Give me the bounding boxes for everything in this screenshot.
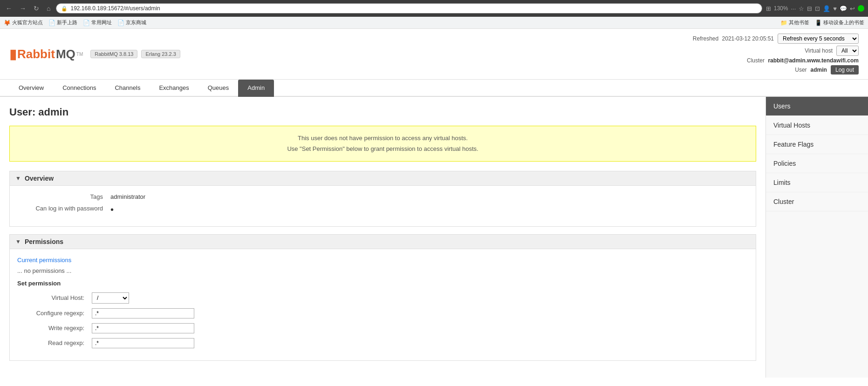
cluster-row: Cluster rabbit@admin.www.tendawifi.com — [693, 57, 859, 64]
tab-overview[interactable]: Overview — [9, 80, 53, 97]
permissions-section-title: Permissions — [25, 238, 63, 245]
user-row: User admin Log out — [693, 65, 859, 74]
warning-line1: This user does not have permission to ac… — [19, 133, 746, 143]
tags-row: Tags administrator — [17, 193, 748, 200]
vhost-form-select[interactable]: / — [92, 292, 129, 304]
can-login-row: Can log in with password • — [17, 205, 748, 214]
user-label: User — [795, 67, 806, 73]
logo-area: ▮ Rabbit MQ TM RabbitMQ 3.8.13 Erlang 23… — [9, 47, 180, 62]
vhost-label: Virtual host — [805, 47, 833, 54]
write-regexp-label: Write regexp: — [17, 325, 92, 332]
tab-channels[interactable]: Channels — [105, 80, 150, 97]
rabbitmq-version-badge: RabbitMQ 3.8.13 — [90, 50, 137, 58]
refresh-row: Refreshed 2021-03-12 20:05:51 Refresh ev… — [693, 34, 859, 44]
user-name: admin — [811, 67, 827, 73]
address-bar[interactable]: 🔒 192.168.0.189:15672/#/users/admin — [56, 3, 762, 14]
admin-sidebar: Users Virtual Hosts Feature Flags Polici… — [765, 97, 868, 378]
sidebar-item-limits[interactable]: Limits — [766, 173, 868, 192]
overview-section-header[interactable]: ▼ Overview — [9, 171, 756, 186]
can-login-label: Can log in with password — [17, 205, 110, 212]
no-permissions-text: ... no permissions ... — [17, 267, 748, 274]
back-history-icon[interactable]: ↩ — [850, 5, 855, 12]
extensions-icon: ⊞ — [766, 5, 771, 12]
write-regexp-input[interactable] — [92, 323, 194, 333]
warning-line2: Use "Set Permission" below to grant perm… — [19, 143, 746, 154]
sidebar-item-virtual-hosts[interactable]: Virtual Hosts — [766, 116, 868, 135]
sidebar-item-users[interactable]: Users — [766, 97, 868, 116]
configure-regexp-label: Configure regexp: — [17, 310, 92, 317]
refresh-button[interactable]: ↻ — [32, 4, 41, 13]
forward-button[interactable]: → — [18, 4, 28, 13]
sidebar-vhosts-label: Virtual Hosts — [773, 122, 810, 129]
doc-icon: 📄 — [48, 20, 55, 26]
collections-icon[interactable]: ♥ — [833, 5, 837, 12]
bookmark-label: 火狐官方站点 — [12, 19, 43, 26]
read-regexp-label: Read regexp: — [17, 339, 92, 346]
vhost-form-label: Virtual Host: — [17, 294, 92, 301]
vhost-select[interactable]: All / — [836, 46, 859, 56]
bookmark-mobile[interactable]: 📱 移动设备上的书签 — [815, 19, 864, 26]
bookmark-label: 新手上路 — [57, 19, 77, 26]
version-badges: RabbitMQ 3.8.13 Erlang 23.2.3 — [90, 50, 180, 58]
permissions-section-header[interactable]: ▼ Permissions — [9, 234, 756, 249]
vhost-row: Virtual host All / — [693, 46, 859, 56]
more-options-icon[interactable]: ··· — [791, 5, 796, 12]
tags-label: Tags — [17, 193, 110, 200]
sidebar-item-feature-flags[interactable]: Feature Flags — [766, 135, 868, 154]
tab-connections[interactable]: Connections — [53, 80, 105, 97]
lock-icon: 🔒 — [61, 6, 68, 12]
page-title: User: admin — [9, 106, 756, 118]
bookmark-label: 常用网址 — [91, 19, 112, 26]
refreshed-label: Refreshed 2021-03-12 20:05:51 — [693, 35, 774, 42]
erlang-version-badge: Erlang 23.2.3 — [141, 50, 180, 58]
read-regexp-input[interactable] — [92, 338, 194, 348]
zoom-indicator: 130% — [774, 5, 788, 12]
can-login-value: • — [110, 205, 114, 214]
refresh-interval-select[interactable]: Refresh every 5 seconds Refresh every 10… — [778, 34, 859, 44]
overview-collapse-arrow: ▼ — [15, 175, 21, 182]
overview-section-title: Overview — [25, 175, 54, 182]
bookmark-other[interactable]: 📁 其他书签 — [780, 19, 809, 26]
bookmark-jd[interactable]: 📄 京东商城 — [117, 19, 146, 26]
sidebar-users-label: Users — [773, 102, 791, 110]
vhost-form-row: Virtual Host: / — [17, 292, 748, 304]
logout-button[interactable]: Log out — [831, 65, 859, 74]
sidebar-item-policies[interactable]: Policies — [766, 154, 868, 173]
page-title-prefix: User: — [9, 106, 38, 118]
bookmark-newuser[interactable]: 📄 新手上路 — [48, 19, 77, 26]
bookmark-label: 其他书签 — [789, 19, 809, 26]
bookmark-label: 移动设备上的书签 — [823, 19, 864, 26]
home-button[interactable]: ⌂ — [45, 4, 52, 13]
sidebar-limits-label: Limits — [773, 179, 791, 186]
account-icon[interactable]: 👤 — [823, 5, 830, 12]
back-button[interactable]: ← — [4, 4, 14, 13]
logo-icon: ▮ — [9, 47, 16, 62]
bookmark-common[interactable]: 📄 常用网址 — [83, 19, 112, 26]
header-right: Refreshed 2021-03-12 20:05:51 Refresh ev… — [693, 34, 859, 74]
sidebar-featureflags-label: Feature Flags — [773, 141, 813, 148]
current-permissions-link[interactable]: Current permissions — [17, 257, 748, 264]
tab-sync-icon[interactable]: ⊡ — [815, 5, 820, 12]
tab-queues[interactable]: Queues — [198, 80, 239, 97]
bookmark-firefoxofficial[interactable]: 🦊 火狐官方站点 — [4, 19, 43, 26]
profile-dot — [858, 5, 864, 12]
content-area: User: admin This user does not have perm… — [0, 97, 765, 378]
tab-exchanges[interactable]: Exchanges — [150, 80, 198, 97]
nav-tabs: Overview Connections Channels Exchanges … — [0, 80, 868, 97]
bookmark-star-icon[interactable]: ☆ — [799, 5, 804, 12]
sidebar-cluster-label: Cluster — [773, 198, 794, 205]
bookmark-label: 京东商城 — [126, 19, 146, 26]
configure-regexp-row: Configure regexp: — [17, 308, 748, 318]
tab-admin[interactable]: Admin — [238, 80, 274, 97]
sidebar-item-cluster[interactable]: Cluster — [766, 192, 868, 211]
rabbitmq-logo: ▮ Rabbit MQ TM — [9, 47, 83, 62]
chat-icon[interactable]: 💬 — [840, 5, 847, 12]
warning-box: This user does not have permission to ac… — [9, 126, 756, 162]
overview-section-body: Tags administrator Can log in with passw… — [9, 186, 756, 227]
sidebar-toggle-icon[interactable]: ⊟ — [807, 5, 812, 12]
logo-tm: TM — [76, 52, 83, 57]
overview-section: ▼ Overview Tags administrator Can log in… — [9, 171, 756, 227]
app-header: ▮ Rabbit MQ TM RabbitMQ 3.8.13 Erlang 23… — [0, 29, 868, 80]
configure-regexp-input[interactable] — [92, 308, 194, 318]
jd-icon: 📄 — [117, 20, 124, 26]
